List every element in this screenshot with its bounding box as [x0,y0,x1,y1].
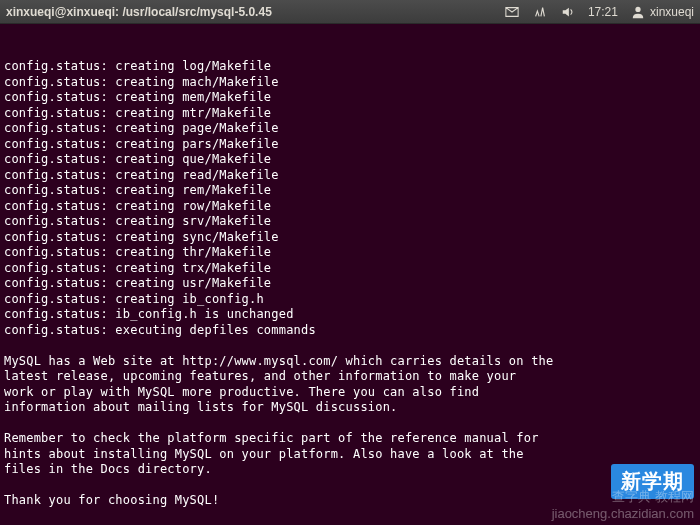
user-menu[interactable]: xinxueqi [630,4,694,20]
terminal-line [4,338,696,354]
terminal-line: config.status: executing depfiles comman… [4,323,696,339]
terminal-line: files in the Docs directory. [4,462,696,478]
terminal-line: config.status: creating ib_config.h [4,292,696,308]
terminal-line: latest release, upcoming features, and o… [4,369,696,385]
terminal-line: work or play with MySQL more productive.… [4,385,696,401]
terminal-line: config.status: ib_config.h is unchanged [4,307,696,323]
svg-point-0 [635,6,640,11]
top-menubar: xinxueqi@xinxueqi: /usr/local/src/mysql-… [0,0,700,24]
volume-icon[interactable] [560,4,576,20]
clock[interactable]: 17:21 [588,5,618,19]
terminal-line: config.status: creating pars/Makefile [4,137,696,153]
terminal-line: config.status: creating usr/Makefile [4,276,696,292]
terminal-line: config.status: creating srv/Makefile [4,214,696,230]
terminal-line: config.status: creating read/Makefile [4,168,696,184]
terminal-line: Remember to check the platform specific … [4,431,696,447]
terminal-line: config.status: creating rem/Makefile [4,183,696,199]
mail-icon[interactable] [504,4,520,20]
terminal-line: config.status: creating page/Makefile [4,121,696,137]
watermark-line1: 查字典 教程网 [552,488,694,506]
terminal-line: config.status: creating que/Makefile [4,152,696,168]
terminal-line: hints about installing MySQL on your pla… [4,447,696,463]
terminal-line: config.status: creating mtr/Makefile [4,106,696,122]
user-icon [630,4,646,20]
username-label: xinxueqi [650,5,694,19]
terminal-line: config.status: creating mem/Makefile [4,90,696,106]
terminal-line: config.status: creating sync/Makefile [4,230,696,246]
terminal-line: config.status: creating row/Makefile [4,199,696,215]
window-title: xinxueqi@xinxueqi: /usr/local/src/mysql-… [6,5,504,19]
terminal-line: config.status: creating mach/Makefile [4,75,696,91]
terminal-line: information about mailing lists for MySQ… [4,400,696,416]
terminal-line: config.status: creating log/Makefile [4,59,696,75]
system-tray: 17:21 xinxueqi [504,4,694,20]
terminal-line: config.status: creating thr/Makefile [4,245,696,261]
network-icon[interactable] [532,4,548,20]
terminal-line: MySQL has a Web site at http://www.mysql… [4,354,696,370]
terminal-line: config.status: creating trx/Makefile [4,261,696,277]
watermark-line2: jiaocheng.chazidian.com [552,506,694,521]
overlay-watermark: 查字典 教程网 jiaocheng.chazidian.com [552,488,694,521]
terminal-line [4,416,696,432]
terminal-output[interactable]: config.status: creating log/Makefileconf… [0,24,700,525]
